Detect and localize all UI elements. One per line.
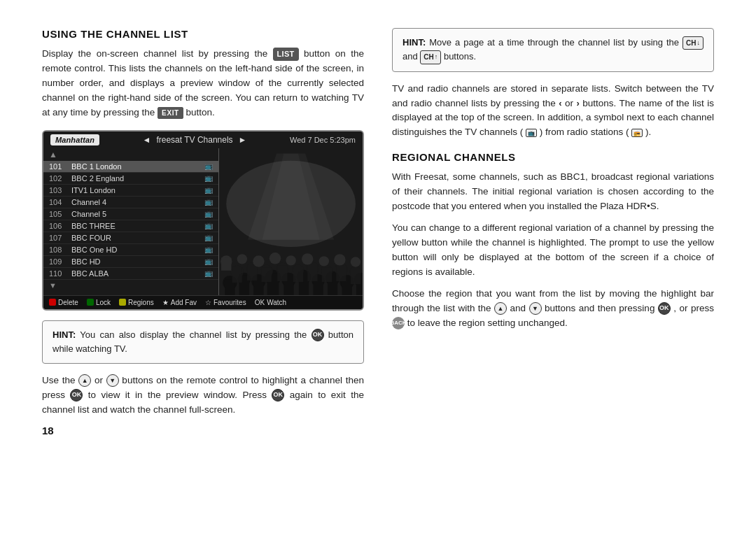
nav-left-icon: ◄ xyxy=(143,135,151,145)
page: USING THE CHANNEL LIST Display the on-sc… xyxy=(0,0,756,547)
channel-item[interactable]: 106 BBC THREE 📺 xyxy=(43,220,218,232)
svg-rect-23 xyxy=(232,268,241,283)
channel-name: BBC One HD xyxy=(71,246,200,254)
para2: TV and radio channels are stored in sepa… xyxy=(392,82,714,141)
ok-badge-2: OK xyxy=(272,389,284,402)
hint-box-2: HINT: You can also display the channel l… xyxy=(42,320,364,364)
add-fav-button: ★ Add Fav xyxy=(162,299,197,306)
svg-point-46 xyxy=(302,253,313,264)
channel-num: 104 xyxy=(49,198,67,206)
hint1-label: HINT: xyxy=(402,37,426,48)
channel-num: 103 xyxy=(49,186,67,194)
hint-box-1: HINT: Move a page at a time through the … xyxy=(392,28,714,72)
down-arrow2-icon: ▼ xyxy=(529,302,542,315)
tv-icon: 📺 xyxy=(204,186,213,194)
scroll-down-arrow: ▼ xyxy=(43,280,218,291)
ch-down-badge: CH↓ xyxy=(682,36,704,50)
svg-rect-25 xyxy=(247,264,257,280)
channel-num: 106 xyxy=(49,222,67,230)
regions-button: Regions xyxy=(119,299,154,306)
svg-rect-37 xyxy=(336,266,346,281)
channel-num: 105 xyxy=(49,210,67,218)
scroll-up-arrow: ▲ xyxy=(43,148,218,161)
tv-icon: 📺 xyxy=(204,222,213,229)
channel-num: 102 xyxy=(49,174,67,183)
channel-list: ▲ 101 BBC 1 London 📺 102 BBC 2 England 📺… xyxy=(43,148,219,295)
channel-num: 108 xyxy=(49,246,67,254)
svg-rect-29 xyxy=(277,265,287,281)
para1: Display the on-screen channel list by pr… xyxy=(42,47,364,120)
channel-name: Channel 4 xyxy=(71,198,200,206)
watch-button: OK Watch xyxy=(255,299,286,306)
right-column: HINT: Move a page at a time through the … xyxy=(392,28,714,526)
up-arrow-icon: ▲ xyxy=(78,374,91,387)
channel-item[interactable]: 105 Channel 5 📺 xyxy=(43,208,218,220)
tv-icon: 📺 xyxy=(204,246,213,253)
red-dot xyxy=(49,299,56,306)
channel-name: ITV1 London xyxy=(71,186,200,194)
tv-screen: Manhattan ◄ freesat TV Channels ► Wed 7 … xyxy=(42,130,364,311)
channel-item[interactable]: 110 BBC ALBA 📺 xyxy=(43,268,218,280)
channel-item[interactable]: 101 BBC 1 London 📺 xyxy=(43,161,218,173)
channel-name: BBC 2 England xyxy=(71,174,200,183)
channel-num: 101 xyxy=(49,162,67,171)
para3: With Freesat, some channels, such as BBC… xyxy=(392,170,714,214)
channel-item[interactable]: 109 BBC HD 📺 xyxy=(43,256,218,268)
channel-num: 109 xyxy=(49,257,67,266)
channel-item[interactable]: 104 Channel 4 📺 xyxy=(43,197,218,208)
yellow-dot xyxy=(119,299,126,306)
exit-badge: EXIT xyxy=(158,107,183,119)
ok-badge-1: OK xyxy=(70,389,83,402)
favourites-button: ☆ Favourites xyxy=(205,299,246,306)
svg-point-47 xyxy=(318,256,328,266)
svg-point-45 xyxy=(286,255,295,265)
hint2-label: HINT: xyxy=(52,329,76,340)
svg-rect-27 xyxy=(261,267,271,282)
left-column: USING THE CHANNEL LIST Display the on-sc… xyxy=(42,28,364,526)
channel-num: 110 xyxy=(49,269,67,278)
channel-item[interactable]: 102 BBC 2 England 📺 xyxy=(43,173,218,185)
page-number: 18 xyxy=(42,425,364,436)
tv-icon: 📺 xyxy=(204,174,213,182)
channel-name: BBC FOUR xyxy=(71,234,200,242)
svg-point-42 xyxy=(237,254,246,264)
para4: You can change to a different regional v… xyxy=(392,221,714,280)
channel-item[interactable]: 103 ITV1 London 📺 xyxy=(43,185,218,197)
svg-point-43 xyxy=(253,255,264,267)
tv-icon: 📺 xyxy=(204,269,213,277)
svg-rect-31 xyxy=(293,267,302,282)
tv-header: Manhattan ◄ freesat TV Channels ► Wed 7 … xyxy=(43,132,363,148)
para5: Choose the region that you want from the… xyxy=(392,287,714,331)
channel-item[interactable]: 107 BBC FOUR 📺 xyxy=(43,232,218,244)
channel-item[interactable]: 108 BBC One HD 📺 xyxy=(43,244,218,256)
ok-badge-hint2: OK xyxy=(312,329,324,341)
up-arrow2-icon: ▲ xyxy=(494,302,507,315)
delete-button: Delete xyxy=(49,299,78,306)
tv-body: ▲ 101 BBC 1 London 📺 102 BBC 2 England 📺… xyxy=(43,148,363,295)
tv-preview xyxy=(219,148,363,295)
tv-icon: 📺 xyxy=(204,234,213,241)
tv-symbol: 📺 xyxy=(526,129,537,137)
tv-footer: Delete Lock Regions ★ Add Fav ☆ Favourit… xyxy=(43,295,363,309)
hint2-text: HINT: You can also display the channel l… xyxy=(52,328,354,356)
ch-up-badge: CH↑ xyxy=(420,50,441,64)
tv-icon: 📺 xyxy=(204,162,213,170)
lock-button: Lock xyxy=(87,299,111,306)
tv-channel-nav: ◄ freesat TV Channels ► xyxy=(143,135,247,145)
channel-name: BBC 1 London xyxy=(71,162,200,171)
down-arrow-icon: ▼ xyxy=(106,374,119,387)
channel-num: 107 xyxy=(49,234,67,242)
left-arrow-icon: ‹ xyxy=(559,97,561,111)
radio-symbol: 📻 xyxy=(631,129,643,137)
svg-rect-33 xyxy=(307,264,317,281)
tv-icon: 📺 xyxy=(204,210,213,218)
back-badge: BACK xyxy=(392,317,405,329)
channel-name: Channel 5 xyxy=(71,210,200,218)
tv-logo: Manhattan xyxy=(50,134,99,145)
channel-title: freesat TV Channels xyxy=(156,135,232,145)
svg-point-48 xyxy=(334,254,345,265)
right-arrow-icon: › xyxy=(576,97,579,111)
svg-rect-35 xyxy=(322,267,332,282)
tv-icon: 📺 xyxy=(204,257,213,265)
tv-date: Wed 7 Dec 5:23pm xyxy=(290,136,356,144)
